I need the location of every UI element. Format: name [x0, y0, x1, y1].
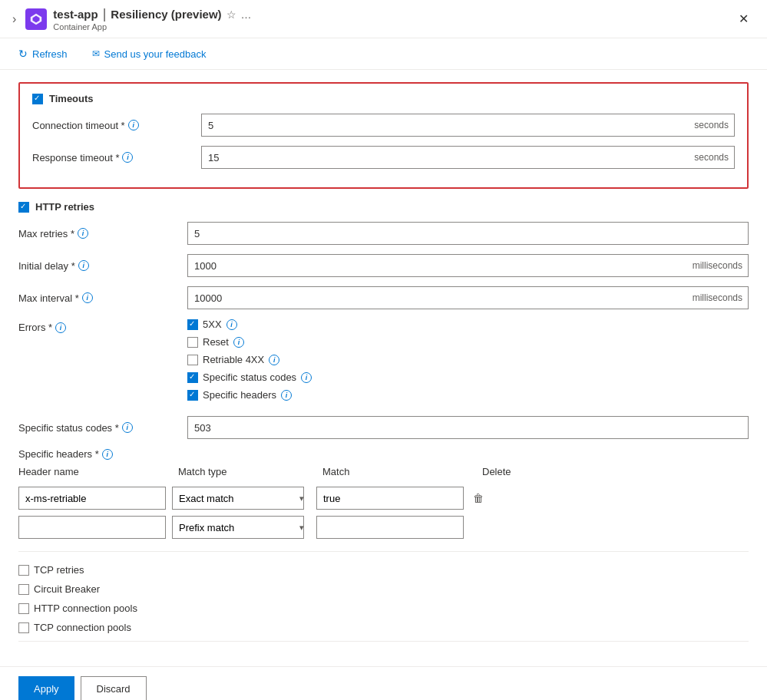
match-type-2-select[interactable]: Exact match Prefix match	[172, 516, 304, 539]
error-specific-status-checkbox[interactable]	[187, 372, 198, 383]
error-specific-headers-label: Specific headers	[203, 389, 276, 401]
connection-timeout-row: Connection timeout * i seconds	[32, 114, 735, 137]
max-retries-field	[187, 222, 749, 245]
bottom-checkboxes-section: TCP retries Circuit Breaker HTTP connect…	[18, 564, 749, 633]
max-interval-field: milliseconds	[187, 286, 749, 309]
tcp-connection-pools-checkbox[interactable]	[18, 622, 29, 633]
response-timeout-label: Response timeout * i	[32, 152, 201, 163]
match-type-1-wrapper: Exact match Prefix match	[172, 487, 310, 510]
errors-info-icon[interactable]: i	[55, 322, 66, 333]
response-timeout-row: Response timeout * i seconds	[32, 146, 735, 169]
match-1-input[interactable]	[316, 487, 464, 510]
app-subtitle: Container App	[53, 22, 251, 31]
max-retries-info-icon[interactable]: i	[78, 228, 88, 239]
max-retries-row: Max retries * i	[18, 222, 749, 245]
refresh-button[interactable]: ↻ Refresh	[12, 45, 74, 63]
timeouts-header: Timeouts	[32, 93, 735, 104]
match-type-1-select[interactable]: Exact match Prefix match	[172, 487, 304, 510]
col-match: Match	[322, 466, 476, 477]
response-timeout-input[interactable]	[201, 146, 735, 169]
error-retriable4xx-info-icon[interactable]: i	[269, 355, 279, 365]
circuit-breaker-label: Circuit Breaker	[34, 583, 100, 595]
circuit-breaker-checkbox[interactable]	[18, 584, 29, 595]
http-retries-checkbox[interactable]	[18, 202, 29, 213]
error-retriable4xx-container: Retriable 4XX i	[187, 354, 749, 365]
circuit-breaker-item: Circuit Breaker	[18, 583, 749, 595]
http-connection-pools-checkbox[interactable]	[18, 603, 29, 614]
errors-row: Errors * i 5XX i Reset i	[18, 319, 749, 407]
feedback-button[interactable]: ✉ Send us your feedback	[86, 45, 213, 63]
tcp-retries-item: TCP retries	[18, 564, 749, 576]
error-specific-status-container: Specific status codes i	[187, 371, 749, 383]
match-type-2-wrapper: Exact match Prefix match	[172, 516, 310, 539]
specific-headers-label: Specific headers * i	[18, 448, 187, 460]
page-title: Resiliency (preview)	[111, 8, 221, 21]
specific-status-codes-label: Specific status codes * i	[18, 422, 187, 434]
close-button[interactable]: ✕	[732, 8, 755, 29]
more-icon[interactable]: …	[241, 8, 252, 21]
footer: Apply Discard	[0, 666, 767, 700]
match-2-input[interactable]	[316, 516, 464, 539]
feedback-icon: ✉	[92, 48, 100, 59]
initial-delay-row: Initial delay * i milliseconds	[18, 254, 749, 277]
specific-headers-label-row: Specific headers * i	[18, 448, 749, 460]
error-specific-headers-checkbox[interactable]	[187, 390, 198, 401]
max-interval-input[interactable]	[187, 286, 749, 309]
connection-timeout-input[interactable]	[201, 114, 735, 137]
error-5xx-checkbox[interactable]	[187, 319, 198, 330]
error-reset-label: Reset	[203, 336, 229, 348]
app-icon	[25, 8, 47, 30]
response-timeout-info-icon[interactable]: i	[122, 152, 133, 163]
max-interval-info-icon[interactable]: i	[82, 292, 93, 303]
star-icon[interactable]: ☆	[226, 8, 236, 21]
initial-delay-info-icon[interactable]: i	[78, 260, 89, 271]
main-content: Timeouts Connection timeout * i seconds …	[0, 70, 767, 660]
error-5xx-label: 5XX	[203, 319, 222, 330]
error-specific-status-info-icon[interactable]: i	[301, 372, 312, 383]
error-5xx-info-icon[interactable]: i	[226, 319, 237, 330]
app-name: test-app	[53, 8, 98, 21]
tcp-retries-label: TCP retries	[34, 564, 84, 576]
headers-row-2: Exact match Prefix match	[18, 516, 749, 539]
refresh-label: Refresh	[32, 48, 68, 60]
error-specific-headers-info-icon[interactable]: i	[281, 390, 292, 401]
connection-timeout-label: Connection timeout * i	[32, 120, 201, 131]
headers-table-header: Header name Match type Match Delete	[18, 466, 749, 480]
http-retries-title: HTTP retries	[35, 201, 94, 213]
specific-status-codes-row: Specific status codes * i	[18, 416, 749, 439]
connection-timeout-info-icon[interactable]: i	[128, 120, 139, 130]
error-reset-info-icon[interactable]: i	[233, 337, 244, 348]
timeouts-section: Timeouts Connection timeout * i seconds …	[18, 82, 749, 189]
error-5xx-container: 5XX i	[187, 319, 749, 330]
specific-status-codes-input[interactable]	[187, 416, 749, 439]
max-retries-input[interactable]	[187, 222, 749, 245]
apply-button[interactable]: Apply	[18, 676, 74, 700]
col-delete: Delete	[482, 466, 528, 477]
header-name-2-input[interactable]	[18, 516, 166, 539]
delete-icon-1: 🗑	[473, 492, 484, 504]
max-interval-row: Max interval * i milliseconds	[18, 286, 749, 309]
tcp-retries-checkbox[interactable]	[18, 565, 29, 576]
title-bar-left: › test-app | Resiliency (preview) ☆ … Co…	[12, 6, 252, 31]
specific-status-codes-info-icon[interactable]: i	[122, 422, 133, 433]
timeouts-checkbox[interactable]	[32, 94, 43, 104]
headers-table-section: Header name Match type Match Delete Exac…	[18, 466, 749, 539]
col-header-name: Header name	[18, 466, 172, 477]
headers-row-1: Exact match Prefix match 🗑	[18, 487, 749, 510]
initial-delay-input[interactable]	[187, 254, 749, 277]
header-name-1-input[interactable]	[18, 487, 166, 510]
nav-back-button[interactable]: ›	[12, 12, 16, 26]
error-reset-container: Reset i	[187, 336, 749, 348]
error-retriable4xx-checkbox[interactable]	[187, 355, 198, 365]
error-specific-status-label: Specific status codes	[203, 371, 296, 383]
discard-button[interactable]: Discard	[81, 676, 147, 700]
delete-row-1-button[interactable]: 🗑	[470, 489, 487, 507]
col-match-type: Match type	[178, 466, 316, 477]
http-connection-pools-label: HTTP connection pools	[34, 603, 137, 614]
title-bar: › test-app | Resiliency (preview) ☆ … Co…	[0, 0, 767, 38]
feedback-label: Send us your feedback	[104, 48, 207, 60]
errors-label: Errors * i	[18, 322, 187, 333]
error-reset-checkbox[interactable]	[187, 337, 198, 348]
specific-headers-info-icon[interactable]: i	[102, 449, 113, 460]
initial-delay-field: milliseconds	[187, 254, 749, 277]
